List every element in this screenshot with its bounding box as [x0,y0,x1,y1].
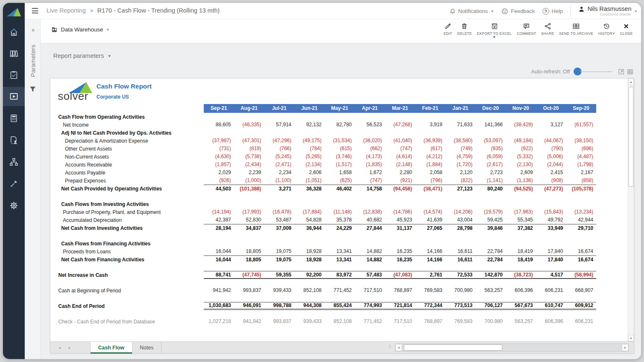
row-label: Cash Flow from Operating Activities [58,114,204,120]
sidebar-item-library[interactable] [3,44,25,63]
value-cell: 2,280 [385,169,415,177]
value-cell: (3,746) [325,153,355,161]
sidebar-item-data-entry[interactable] [3,130,25,150]
scrollbar-grip[interactable]: ⁞⁞ [389,344,390,349]
value-cell: 28,798 [445,224,475,232]
table-row: Adj NI to Net Cash Provided by Ops. Acti… [58,129,596,137]
value-cell: 700,980 [475,318,506,326]
value-cell: 700,980 [445,286,475,294]
value-cell: (5,245) [264,153,294,161]
scroll-left-button[interactable]: ◄ [395,344,402,351]
value-cell: (5,265) [294,153,325,161]
share-button[interactable]: SHARE [539,22,557,36]
value-cell: (17,884) [294,208,325,216]
grid-view-icon[interactable] [627,68,634,75]
value-cell: 16,674 [566,247,596,255]
value-cell: 43,004 [445,216,475,224]
value-cell: (908) [536,177,566,185]
auto-refresh-control: Auto-refresh: Off [531,68,634,76]
tab-scroll-right-icon[interactable]: ► [68,346,71,350]
close-button[interactable]: CLOSE [618,22,635,36]
value-cell: 563,257 [506,318,536,326]
edit-button[interactable]: EDIT [441,22,455,36]
comment-button[interactable]: COMMENT [514,22,539,36]
app-window: Live Reporting > R170 - Cash Flow - Tren… [3,3,641,359]
row-label: Net Cash from Financing Activities [58,257,204,263]
value-cell: (49,184) [506,137,536,145]
value-cell: (766) [264,145,294,153]
row-label: Depreciation & Amortization Expense [58,138,204,144]
send-to-archive-button[interactable]: SEND TO ARCHIVE [556,22,596,36]
horizontal-scrollbar[interactable]: ◄ ► [395,344,629,352]
value-cell: 56,523 [355,121,385,129]
expand-parameters-icon[interactable]: » [29,22,36,38]
value-cell: 16,611 [445,255,475,263]
notifications-button[interactable]: Notifications▼ [449,8,494,15]
vertical-scrollbar[interactable]: ▲ ▼ [628,78,634,341]
value-cell: 14,758 [355,185,385,193]
report-viewport: solver Cash Flow Report Corporate US Sep… [50,78,628,341]
help-button[interactable]: ? Help [543,8,563,15]
parameters-label[interactable]: Parameters [29,53,36,69]
value-cell: 993,837 [264,318,294,326]
horizontal-scroll-thumb[interactable] [404,344,502,351]
popout-icon[interactable] [618,68,625,75]
value-cell: (38,150) [566,137,596,145]
divider [570,6,571,16]
vertical-scroll-thumb[interactable] [628,87,634,187]
value-cell: 35,378 [325,216,355,224]
user-name: Nils Rasmussen [587,6,631,13]
solver-logo-icon[interactable] [6,7,21,17]
value-cell: (4,212) [415,153,445,161]
month-header: Sep-21 [204,104,234,113]
table-row: Check - Cash End of Period from Database… [58,318,596,326]
value-cell: (1,000) [234,177,264,185]
breadcrumb-section[interactable]: Live Reporting [47,7,86,14]
home-icon [9,28,18,37]
sheet-tab-notes[interactable]: Notes [132,342,162,354]
sidebar-item-home[interactable] [3,23,25,42]
value-cell: (47,268) [385,121,415,129]
data-source-dropdown[interactable]: Data Warehouse ▼ [52,26,110,33]
tab-scroll-left-icon[interactable]: ◄ [58,346,61,350]
help-icon: ? [543,8,549,15]
value-cell: (36,020) [355,137,385,145]
sidebar-item-process[interactable] [3,152,25,172]
row-label: Accumulated Depreciation [58,217,204,223]
value-cell: 52,830 [234,216,264,224]
value-cell: 769,583 [445,318,475,326]
sidebar-item-tools[interactable] [3,174,25,193]
report-parameters-toggle[interactable]: Report parameters▼ [53,52,112,59]
export-to-excel-button[interactable]: EXPORT TO EXCEL▼ [474,22,514,38]
sidebar-item-budgeting[interactable] [3,109,25,128]
value-cell: 2,239 [234,169,264,177]
scroll-right-button[interactable]: ► [622,344,628,351]
feedback-button[interactable]: Feedback [501,8,535,15]
user-menu[interactable]: Nils Rasmussen CorpDemo Master ▼ [578,6,638,16]
table-row: Cash Flows from Financing Activities [58,240,596,247]
value-cell: (858) [566,177,596,185]
value-cell: (47,083) [385,271,415,279]
value-cell: 706,127 [475,302,506,310]
value-cell: 2,609 [506,169,536,177]
sidebar-item-settings[interactable] [3,196,25,215]
budgeting-icon [9,114,18,123]
scroll-up-button[interactable]: ▲ [628,78,634,85]
value-cell: 17,840 [536,247,566,255]
delete-button[interactable]: DELETE [455,22,475,36]
sidebar-item-live-reporting[interactable] [3,87,25,106]
filter-icon[interactable] [29,86,36,92]
value-cell: 33,949 [536,224,566,232]
value-cell: (14,194) [204,208,234,216]
sidebar-item-tasks[interactable] [3,65,25,85]
settings-icon [9,201,18,210]
value-cell: (4,630) [204,153,234,161]
menu-icon[interactable] [32,8,38,13]
row-label: Accounts Receivable [58,162,204,168]
scroll-down-button[interactable]: ▼ [628,335,634,341]
history-button[interactable]: HISTORY [596,22,618,36]
sheet-tab-cash-flow[interactable]: Cash Flow [90,342,132,354]
value-cell: 27,123 [445,185,475,193]
spacer-row [58,193,596,200]
toolbar: Data Warehouse ▼ EDITDELETEEXPORT TO EXC… [41,19,641,43]
